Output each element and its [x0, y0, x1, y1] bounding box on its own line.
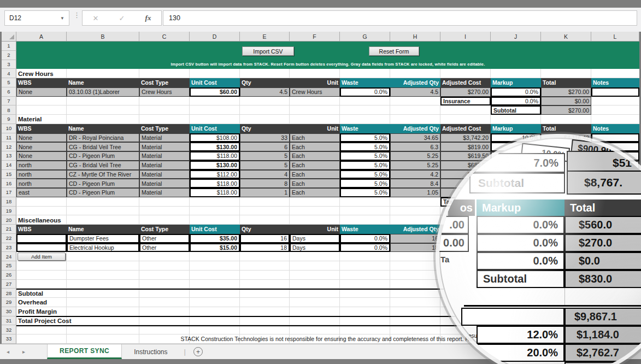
cell-B10[interactable]: Name [67, 124, 139, 133]
cell-B5[interactable]: Name [67, 78, 139, 87]
cell-G16[interactable]: 5.0% [340, 179, 390, 188]
cell-H5[interactable]: Adjusted Qty [390, 78, 440, 87]
cell-F15[interactable]: Each [290, 170, 340, 179]
cell-B14[interactable]: CG - Bridal Veil Tree [67, 161, 139, 170]
tab-report-sync[interactable]: REPORT SYNC [47, 344, 122, 359]
cell-A29[interactable]: Overhead [16, 298, 139, 307]
cell-F17[interactable]: Each [290, 188, 340, 197]
col-header-F[interactable]: F [290, 32, 340, 41]
cell-G10[interactable]: Waste [340, 124, 390, 133]
cell-H15[interactable]: 4.2 [390, 170, 440, 179]
cell-E13[interactable]: 5 [240, 151, 290, 161]
reset-form-button[interactable]: Reset Form [369, 46, 419, 56]
cell-C11[interactable]: Material [139, 133, 190, 143]
cell-C6[interactable]: Crew Hours [139, 87, 190, 97]
cell-B33[interactable]: STACK Construction Technologies is not r… [67, 334, 491, 344]
row-header-16[interactable]: 16 [2, 179, 16, 188]
cell-C12[interactable]: Material [139, 142, 190, 151]
row-header-8[interactable]: 8 [2, 105, 16, 115]
cell-H21[interactable]: Adjusted Qty [390, 225, 440, 234]
row-header-10[interactable]: 10 [2, 124, 16, 133]
cell-D11[interactable]: $108.00 [190, 133, 240, 143]
cell-I11[interactable]: $3,742.20 [440, 133, 491, 143]
cell-A13[interactable]: None [16, 151, 67, 161]
cell-D23[interactable]: $15.00 [190, 243, 240, 253]
cell-C5[interactable]: Cost Type [139, 78, 190, 87]
cell-L11[interactable] [591, 133, 639, 143]
cell-C10[interactable]: Cost Type [139, 124, 190, 133]
row-header-20[interactable]: 20 [2, 215, 16, 225]
cell-D5[interactable]: Unit Cost [190, 78, 240, 87]
row-header-27[interactable]: 27 [2, 280, 16, 289]
cell-J5[interactable]: Markup [491, 78, 541, 87]
cell-H23[interactable]: 18 [390, 243, 440, 253]
cell-D12[interactable]: $130.00 [190, 142, 240, 151]
cell-B6[interactable]: 03.10.03 (1)Laborer [67, 87, 139, 97]
row-header-11[interactable]: 11 [2, 133, 16, 143]
cell-C22[interactable]: Other [139, 234, 190, 243]
cell-J8[interactable]: Subtotal [491, 105, 541, 115]
cell-H11[interactable]: 34.65 [390, 133, 440, 143]
cell-B11[interactable]: DR - Royal Poinciana [67, 133, 139, 143]
cell-G6[interactable]: 0.0% [340, 87, 390, 97]
row-header-22[interactable]: 22 [2, 234, 16, 243]
cell-I6[interactable]: $270.00 [440, 87, 491, 97]
cell-K10[interactable]: Total [541, 124, 591, 133]
cell-G14[interactable]: 5.0% [340, 161, 390, 170]
cell-C14[interactable]: Material [139, 161, 190, 170]
cell-G21[interactable]: Waste [340, 225, 390, 234]
cell-E14[interactable]: 5 [240, 161, 290, 170]
cell-H17[interactable]: 1.05 [390, 188, 440, 197]
cell-A21[interactable]: WBS [16, 225, 67, 234]
cell-F22[interactable]: Days [290, 234, 340, 243]
cell-A10[interactable]: WBS [16, 124, 67, 133]
row-header-23[interactable]: 23 [2, 243, 16, 253]
row-header-3[interactable]: 3 [2, 60, 16, 69]
cell-C13[interactable]: Material [139, 151, 190, 161]
cell-C17[interactable]: Material [139, 188, 190, 197]
cell-F21[interactable]: Unit [290, 225, 340, 234]
cell-E17[interactable]: 1 [240, 188, 290, 197]
cell-H10[interactable]: Adjusted Qty [390, 124, 440, 133]
cell-F23[interactable]: Days [290, 243, 340, 253]
cell-G22[interactable]: 0.0% [340, 234, 390, 243]
cell-G15[interactable]: 5.0% [340, 170, 390, 179]
cell-D10[interactable]: Unit Cost [190, 124, 240, 133]
row-header-9[interactable]: 9 [2, 115, 16, 124]
cell-J7[interactable]: 0.0% [491, 97, 541, 106]
cell-L5[interactable]: Notes [591, 78, 639, 87]
formula-input[interactable]: 130 [163, 10, 637, 26]
row-header-7[interactable]: 7 [2, 97, 16, 106]
cell-A22[interactable] [16, 234, 67, 243]
cell-F6[interactable]: Crew Hours [290, 87, 340, 97]
cell-I5[interactable]: Adjusted Cost [440, 78, 491, 87]
col-header-J[interactable]: J [491, 32, 541, 41]
col-header-I[interactable]: I [440, 32, 491, 41]
cell-L10[interactable]: Notes [591, 124, 639, 133]
cell-G5[interactable]: Waste [340, 78, 390, 87]
cell-C16[interactable]: Material [139, 179, 190, 188]
cell-H16[interactable]: 8.4 [390, 179, 440, 188]
row-header-29[interactable]: 29 [2, 298, 16, 307]
cell-D22[interactable]: $35.00 [190, 234, 240, 243]
cell-B13[interactable]: CD - Pigeon Plum [67, 151, 139, 161]
cell-J6[interactable]: 0.0% [491, 87, 541, 97]
cell-A11[interactable]: None [16, 133, 67, 143]
cell-I10[interactable]: Adjusted Cost [440, 124, 491, 133]
cell-A30[interactable]: Profit Margin [16, 307, 139, 316]
cell-A31[interactable]: Total Project Cost [16, 316, 190, 326]
tab-nav-back-icon[interactable]: ◂ [0, 344, 16, 359]
row-header-21[interactable]: 21 [2, 225, 16, 234]
cell-H6[interactable]: 4.5 [390, 87, 440, 97]
cell-K6[interactable]: $270.00 [541, 87, 591, 97]
cell-K8[interactable]: $270.00 [541, 105, 591, 115]
cell-G13[interactable]: 5.0% [340, 151, 390, 161]
col-header-B[interactable]: B [67, 32, 139, 41]
cell-F12[interactable]: Each [290, 142, 340, 151]
chevron-down-icon[interactable]: ▼ [60, 16, 64, 21]
row-header-1[interactable]: 1 [2, 42, 16, 51]
cell-F13[interactable]: Each [290, 151, 340, 161]
cell-C23[interactable]: Other [139, 243, 190, 253]
cell-A16[interactable]: north [16, 179, 67, 188]
name-box[interactable]: D12 ▼ [4, 10, 69, 26]
